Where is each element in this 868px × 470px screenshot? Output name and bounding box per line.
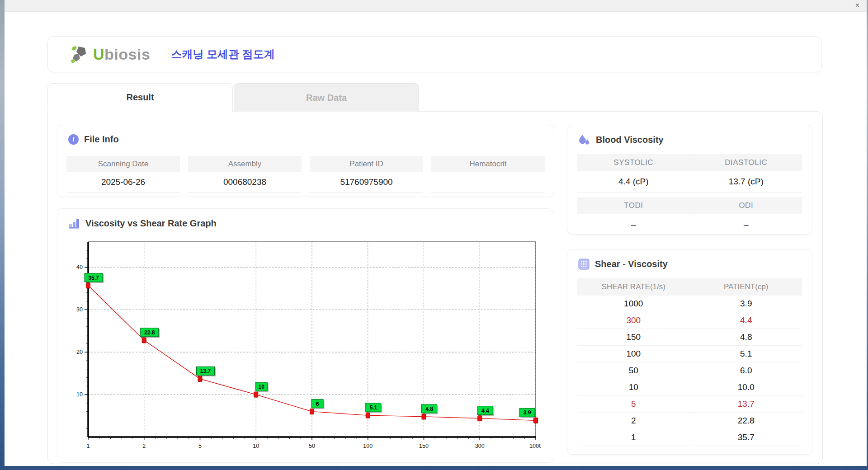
field-assembly: Assembly 000680238 bbox=[188, 156, 302, 193]
svg-text:1000: 1000 bbox=[529, 443, 541, 449]
file-info-grid: Scanning Date 2025-06-26 Assembly 000680… bbox=[66, 156, 545, 193]
shear-viscosity-table: SHEAR RATE(1/s) PATIENT(cp) 10003.9 3004… bbox=[577, 278, 802, 446]
table-row: 1504.8 bbox=[577, 329, 802, 346]
sv-cell-shear: 150 bbox=[577, 329, 690, 345]
header-card: Ubiosis 스캐닝 모세관 점도계 bbox=[47, 36, 822, 72]
info-icon: i bbox=[68, 134, 79, 145]
bv-label-todi: TODI bbox=[577, 197, 690, 214]
sv-col-shear-rate: SHEAR RATE(1/s) bbox=[577, 278, 690, 296]
svg-text:3.9: 3.9 bbox=[524, 409, 531, 416]
svg-text:20: 20 bbox=[76, 349, 83, 355]
svg-text:30: 30 bbox=[76, 306, 83, 313]
tab-raw-data[interactable]: Raw Data bbox=[234, 83, 419, 112]
field-label: Hematocrit bbox=[431, 156, 545, 172]
svg-text:100: 100 bbox=[363, 443, 373, 449]
sv-cell-patient: 4.8 bbox=[690, 329, 802, 345]
table-row: 513.7 bbox=[577, 396, 802, 413]
field-label: Assembly bbox=[188, 156, 302, 172]
field-patient-id: Patient ID 51760975900 bbox=[310, 156, 423, 193]
sv-col-patient: PATIENT(cp) bbox=[690, 278, 802, 296]
shear-viscosity-card: Shear - Viscosity SHEAR RATE(1/s) PATIEN… bbox=[567, 249, 812, 455]
svg-text:5: 5 bbox=[198, 443, 202, 449]
app-title-korean: 스캐닝 모세관 점도계 bbox=[171, 47, 274, 61]
table-row: 1005.1 bbox=[577, 346, 802, 362]
sv-cell-patient: 10.0 bbox=[690, 379, 802, 395]
bv-value-todi: – bbox=[577, 214, 690, 235]
blood-viscosity-card: Blood Viscosity SYSTOLIC DIASTOLIC 4.4 (… bbox=[567, 125, 812, 235]
sv-cell-shear: 300 bbox=[577, 312, 690, 329]
bv-header-row: SYSTOLIC DIASTOLIC bbox=[577, 154, 802, 171]
svg-text:150: 150 bbox=[419, 443, 429, 449]
sv-header-row: SHEAR RATE(1/s) PATIENT(cp) bbox=[577, 278, 802, 296]
table-row: 1010.0 bbox=[577, 379, 802, 396]
viscosity-graph-card: Viscosity vs Shear Rate Graph 1020304012… bbox=[57, 208, 554, 463]
sv-cell-patient: 22.8 bbox=[690, 413, 802, 429]
sv-cell-patient: 4.4 bbox=[690, 312, 802, 329]
close-icon[interactable]: × bbox=[855, 1, 859, 9]
sv-cell-patient: 6.0 bbox=[690, 362, 802, 379]
table-row: 222.8 bbox=[577, 413, 802, 429]
droplets-icon bbox=[578, 134, 590, 146]
bar-chart-icon bbox=[68, 218, 80, 229]
svg-text:2: 2 bbox=[142, 443, 146, 449]
table-row: 3004.4 bbox=[577, 312, 802, 329]
svg-text:4.4: 4.4 bbox=[481, 408, 489, 414]
calculator-icon bbox=[578, 258, 590, 270]
tab-result[interactable]: Result bbox=[47, 83, 233, 112]
graph-title-text: Viscosity vs Shear Rate Graph bbox=[85, 218, 217, 229]
sv-cell-shear: 1 bbox=[577, 429, 690, 446]
bv-label-systolic: SYSTOLIC bbox=[577, 154, 690, 171]
bv-value-row: 4.4 (cP) 13.7 (cP) bbox=[577, 171, 802, 193]
sv-cell-patient: 3.9 bbox=[690, 296, 802, 312]
viscosity-shear-chart: 102030401251050100150300100035.722.813.7… bbox=[66, 235, 541, 461]
table-row: 10003.9 bbox=[577, 296, 802, 312]
sv-cell-shear: 2 bbox=[577, 413, 690, 429]
graph-title: Viscosity vs Shear Rate Graph bbox=[68, 218, 217, 229]
shear-viscosity-title-text: Shear - Viscosity bbox=[595, 259, 668, 269]
svg-text:22.8: 22.8 bbox=[144, 329, 155, 336]
blood-viscosity-table: SYSTOLIC DIASTOLIC 4.4 (cP) 13.7 (cP) TO… bbox=[577, 154, 802, 235]
field-value: 000680238 bbox=[188, 172, 302, 193]
ubiosis-logo: Ubiosis bbox=[70, 45, 150, 64]
svg-text:4.8: 4.8 bbox=[425, 406, 433, 412]
bv-label-diastolic: DIASTOLIC bbox=[690, 154, 802, 171]
table-row: 135.7 bbox=[577, 429, 802, 446]
svg-text:1: 1 bbox=[87, 443, 90, 449]
shear-viscosity-title: Shear - Viscosity bbox=[578, 258, 668, 270]
field-value: 51760975900 bbox=[310, 172, 423, 193]
bv-value-row: – – bbox=[577, 214, 802, 235]
svg-text:40: 40 bbox=[76, 264, 83, 270]
logo-text: Ubiosis bbox=[93, 46, 150, 63]
svg-text:6: 6 bbox=[316, 401, 319, 407]
field-scanning-date: Scanning Date 2025-06-26 bbox=[66, 156, 180, 193]
sv-cell-patient: 35.7 bbox=[690, 429, 802, 446]
file-info-title-text: File Info bbox=[84, 134, 119, 145]
svg-text:35.7: 35.7 bbox=[88, 275, 99, 281]
blood-viscosity-title-text: Blood Viscosity bbox=[596, 135, 664, 145]
blood-viscosity-title: Blood Viscosity bbox=[578, 134, 664, 146]
sv-cell-shear: 5 bbox=[577, 396, 690, 412]
field-value bbox=[431, 172, 545, 193]
sv-cell-patient: 5.1 bbox=[690, 346, 802, 362]
file-info-card: i File Info Scanning Date 2025-06-26 Ass… bbox=[57, 125, 554, 197]
ubiosis-logo-icon bbox=[70, 45, 90, 64]
table-row: 506.0 bbox=[577, 362, 802, 379]
bv-header-row: TODI ODI bbox=[577, 197, 802, 214]
svg-text:5.1: 5.1 bbox=[369, 404, 377, 411]
sv-cell-shear: 10 bbox=[577, 379, 690, 395]
sv-cell-shear: 50 bbox=[577, 362, 690, 379]
svg-text:300: 300 bbox=[475, 443, 485, 449]
bv-value-systolic: 4.4 (cP) bbox=[577, 171, 690, 193]
field-hematocrit: Hematocrit bbox=[431, 156, 545, 193]
app-window: × Ubiosis 스캐닝 모세관 점도계 Result Raw Data i … bbox=[5, 0, 867, 466]
sv-cell-patient: 13.7 bbox=[690, 396, 802, 412]
svg-text:10: 10 bbox=[76, 391, 83, 398]
sv-cell-shear: 100 bbox=[577, 346, 690, 362]
result-panel: i File Info Scanning Date 2025-06-26 Ass… bbox=[47, 111, 823, 464]
bv-value-diastolic: 13.7 (cP) bbox=[690, 171, 802, 193]
bv-value-odi: – bbox=[690, 214, 802, 235]
sv-cell-shear: 1000 bbox=[577, 296, 690, 312]
file-info-title: i File Info bbox=[68, 134, 119, 145]
svg-text:10: 10 bbox=[259, 384, 265, 390]
field-value: 2025-06-26 bbox=[66, 172, 180, 193]
